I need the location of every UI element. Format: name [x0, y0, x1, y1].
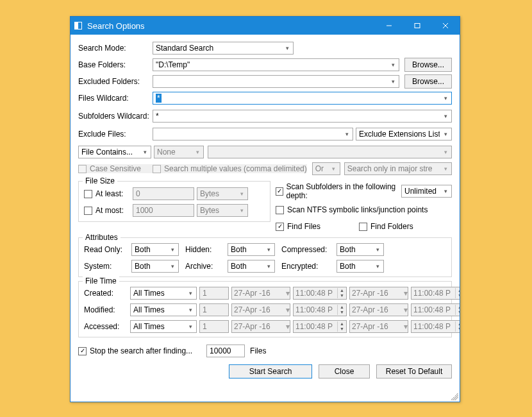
accessed-range-combo[interactable]: All Times▾	[130, 320, 197, 333]
accessed-date-from[interactable]: 27-Apr -16▾	[231, 320, 290, 333]
stop-after-check[interactable]: ✓ Stop the search after finding...	[78, 346, 192, 355]
created-date-from[interactable]: 27-Apr -16▾	[231, 287, 290, 300]
accessed-time-to[interactable]: 11:00:48 P▲▼	[411, 320, 460, 333]
created-range-combo[interactable]: All Times▾	[130, 287, 197, 300]
accessed-count[interactable]: 1	[199, 320, 229, 333]
created-time-from[interactable]: 11:00:48 P▲▼	[293, 287, 347, 300]
checkbox-icon: ✓	[276, 187, 283, 196]
chevron-down-icon: ▾	[286, 305, 290, 314]
modified-date-from[interactable]: 27-Apr -16▾	[231, 303, 290, 316]
modified-time-from[interactable]: 11:00:48 P▲▼	[293, 303, 347, 316]
file-contains-value-combo[interactable]: ▾	[208, 146, 452, 158]
chevron-down-icon: ▾	[404, 322, 408, 331]
chevron-down-icon: ▾	[387, 62, 399, 68]
checkbox-icon	[84, 190, 92, 198]
subfolders-wildcard-combo[interactable]: * ▾	[153, 110, 452, 123]
chevron-down-icon: ▾	[341, 131, 353, 137]
maximize-button[interactable]	[403, 17, 431, 35]
minimize-button[interactable]	[375, 17, 403, 35]
resize-grip-icon[interactable]	[451, 393, 458, 400]
start-search-button[interactable]: Start Search	[229, 364, 312, 379]
files-wildcard-combo[interactable]: * ▾	[153, 92, 452, 105]
created-label: Created:	[84, 289, 128, 298]
browse-base-button[interactable]: Browse...	[404, 58, 452, 72]
created-time-to[interactable]: 11:00:48 P▲▼	[411, 287, 460, 300]
exclude-ext-list-combo[interactable]: Exclude Extensions List ▾	[356, 128, 452, 140]
case-sensitive-check[interactable]: Case Sensitive	[78, 164, 153, 173]
excluded-folders-combo[interactable]: ▾	[153, 75, 399, 88]
window-title: Search Options	[87, 21, 145, 31]
checkbox-icon: ✓	[276, 223, 284, 231]
depth-combo[interactable]: Unlimited ▾	[401, 185, 452, 198]
archive-label: Archive:	[185, 262, 221, 271]
archive-combo[interactable]: Both▾	[228, 260, 275, 273]
titlebar: Search Options	[71, 17, 460, 35]
at-least-field[interactable]: 0	[133, 187, 194, 200]
chevron-down-icon: ▾	[185, 290, 196, 296]
at-most-unit-combo[interactable]: Bytes▾	[197, 204, 248, 217]
chevron-down-icon: ▾	[440, 95, 451, 101]
at-least-unit-combo[interactable]: Bytes▾	[197, 187, 248, 200]
file-contains-combo[interactable]: File Contains... ▾	[78, 146, 151, 158]
excluded-folders-label: Excluded Folders:	[78, 77, 153, 86]
file-size-legend: File Size	[83, 176, 117, 185]
encrypted-combo[interactable]: Both▾	[337, 260, 384, 273]
chevron-down-icon: ▾	[263, 263, 274, 269]
browse-excluded-button[interactable]: Browse...	[404, 74, 452, 89]
modified-count[interactable]: 1	[199, 303, 229, 316]
chevron-down-icon: ▾	[440, 131, 451, 137]
attributes-legend: Attributes	[83, 233, 121, 242]
or-combo[interactable]: Or ▾	[312, 162, 340, 175]
app-icon	[74, 22, 82, 30]
created-count[interactable]: 1	[199, 287, 229, 300]
created-date-to[interactable]: 27-Apr -16▾	[349, 287, 408, 300]
search-mode-label: Search Mode:	[78, 44, 153, 53]
client-area: Search Mode: Standard Search ▾ Base Fold…	[71, 35, 460, 402]
hidden-combo[interactable]: Both▾	[228, 243, 275, 256]
close-button[interactable]	[431, 17, 460, 35]
search-mode-combo[interactable]: Standard Search ▾	[153, 42, 294, 55]
read-only-combo[interactable]: Both▾	[131, 243, 179, 256]
checkbox-icon	[78, 165, 87, 173]
checkbox-icon	[276, 206, 284, 214]
base-folders-combo[interactable]: "D:\Temp" ▾	[153, 58, 399, 71]
subfolders-wildcard-label: Subfolders Wildcard:	[78, 112, 153, 121]
compressed-combo[interactable]: Both▾	[337, 243, 384, 256]
at-most-check[interactable]: At most:	[84, 206, 133, 215]
modified-range-combo[interactable]: All Times▾	[130, 303, 197, 316]
chevron-down-icon: ▾	[236, 207, 247, 214]
scan-ntfs-check[interactable]: Scan NTFS symbolic links/junction points	[276, 205, 428, 214]
exclude-files-combo[interactable]: ▾	[153, 128, 353, 140]
chevron-down-icon: ▾	[404, 305, 408, 314]
attributes-group: Attributes Read Only: Both▾ Hidden: Both…	[78, 237, 452, 277]
search-multi-check[interactable]: Search multiple values (comma delimited)	[153, 164, 307, 173]
accessed-time-from[interactable]: 11:00:48 P▲▼	[293, 320, 347, 333]
chevron-down-icon: ▾	[440, 149, 451, 155]
at-least-check[interactable]: At least:	[84, 189, 133, 198]
svg-rect-1	[415, 24, 420, 28]
file-contains-mode-combo[interactable]: None ▾	[154, 146, 204, 158]
files-label: Files	[250, 346, 266, 355]
system-combo[interactable]: Both▾	[131, 260, 179, 273]
major-streams-combo[interactable]: Search only in major stre ▾	[344, 162, 452, 175]
close-dialog-button[interactable]: Close	[319, 364, 370, 379]
stop-after-count[interactable]: 10000	[206, 345, 245, 357]
modified-time-to[interactable]: 11:00:48 P▲▼	[411, 303, 460, 316]
files-wildcard-label: Files Wildcard:	[78, 94, 153, 103]
find-folders-check[interactable]: Find Folders	[359, 222, 413, 231]
chevron-down-icon: ▾	[372, 246, 383, 253]
chevron-down-icon: ▾	[440, 113, 451, 119]
at-most-field[interactable]: 1000	[133, 204, 194, 217]
search-options-window: Search Options Search Mode: Standard Sea…	[70, 16, 460, 402]
read-only-label: Read Only:	[84, 245, 125, 254]
modified-date-to[interactable]: 27-Apr -16▾	[349, 303, 408, 316]
chevron-down-icon: ▾	[387, 78, 399, 85]
find-files-check[interactable]: ✓ Find Files	[276, 222, 359, 231]
scan-subfolders-check[interactable]: ✓ Scan Subfolders in the following depth…	[276, 182, 401, 200]
reset-default-button[interactable]: Reset To Default	[376, 364, 452, 379]
accessed-date-to[interactable]: 27-Apr -16▾	[349, 320, 408, 333]
chevron-down-icon: ▾	[286, 322, 290, 331]
chevron-down-icon: ▾	[167, 246, 178, 253]
encrypted-label: Encrypted:	[281, 262, 330, 271]
chevron-down-icon: ▾	[185, 307, 196, 313]
